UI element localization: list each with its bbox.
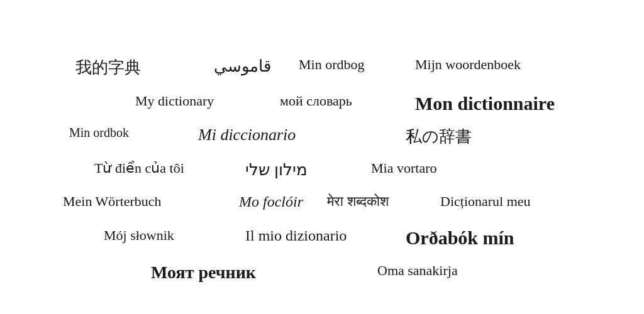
word-vietnamese: Từ điển của tôi: [94, 160, 184, 176]
word-irish: Mo foclóir: [239, 193, 303, 210]
word-finnish: Oma sanakirja: [377, 263, 458, 279]
word-esperanto: Mia vortaro: [371, 160, 436, 176]
word-hebrew: מילון שלי: [245, 160, 308, 180]
word-icelandic: Orðabók mín: [406, 227, 514, 249]
word-german: Mein Wörterbuch: [63, 193, 162, 210]
word-polish: Mój słownik: [104, 227, 174, 244]
word-russian: мой словарь: [280, 93, 352, 109]
word-spanish: Mi diccionario: [198, 126, 296, 144]
word-italian: Il mio dizionario: [245, 227, 347, 244]
word-dutch: Mijn woordenboek: [415, 57, 521, 73]
word-japanese: 私の辞書: [406, 126, 472, 148]
word-norwegian: Min ordbok: [69, 126, 129, 140]
word-chinese: 我的字典: [75, 57, 141, 78]
word-arabic: قاموسي: [214, 57, 271, 76]
word-english: My dictionary: [135, 93, 214, 109]
word-french: Mon dictionnaire: [415, 93, 555, 114]
word-cloud: 我的字典قاموسيMin ordbogMijn woordenboekMy d…: [0, 0, 644, 314]
word-romanian: Dicționarul meu: [440, 193, 531, 210]
word-danish: Min ordbog: [299, 57, 365, 73]
word-hindi: मेरा शब्दकोश: [327, 193, 389, 210]
word-bulgarian: Моят речник: [151, 263, 256, 283]
